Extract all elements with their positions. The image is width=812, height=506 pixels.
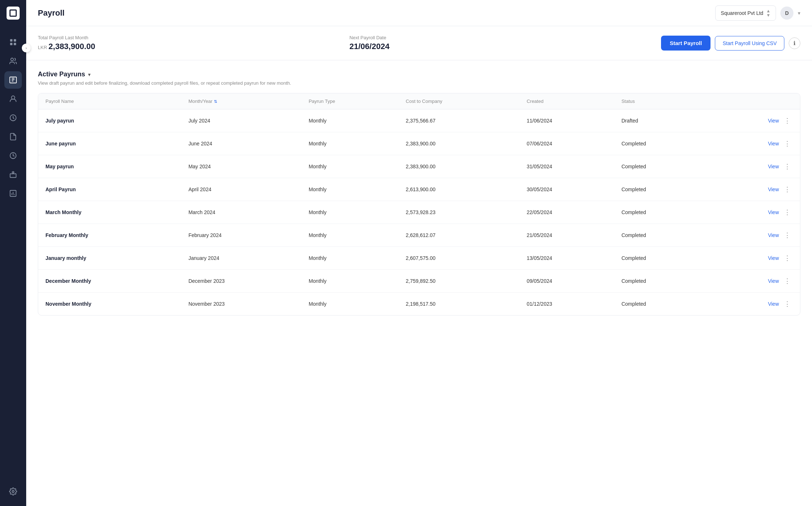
kebab-menu-4[interactable]: ⋮ [782, 208, 793, 217]
kebab-menu-2[interactable]: ⋮ [782, 162, 793, 171]
view-link-4[interactable]: View [768, 209, 779, 215]
cell-status: Completed [614, 293, 707, 316]
cell-payroll-name: July payrun [38, 109, 181, 132]
kebab-menu-7[interactable]: ⋮ [782, 276, 793, 286]
cell-payroll-name: December Monthly [38, 270, 181, 293]
payruns-table: Payroll Name Month/Year⇅ Payrun Type Cos… [38, 93, 800, 315]
cell-status: Completed [614, 155, 707, 178]
view-link-1[interactable]: View [768, 141, 779, 146]
table-row: April Payrun April 2024 Monthly 2,613,90… [38, 178, 800, 201]
sidebar-item-payroll[interactable] [4, 71, 22, 89]
section-subtitle: View draft payrun and edit before finali… [38, 80, 800, 86]
cell-payrun-type: Monthly [301, 247, 398, 270]
cell-actions: View ⋮ [707, 155, 800, 178]
cell-cost: 2,198,517.50 [398, 293, 519, 316]
sidebar-item-gifts[interactable] [4, 166, 22, 183]
view-link-8[interactable]: View [768, 301, 779, 307]
page-title: Payroll [38, 8, 64, 18]
kebab-menu-5[interactable]: ⋮ [782, 230, 793, 240]
table-row: March Monthly March 2024 Monthly 2,573,9… [38, 201, 800, 224]
cell-month-year: February 2024 [181, 224, 301, 247]
kebab-menu-3[interactable]: ⋮ [782, 185, 793, 194]
view-link-0[interactable]: View [768, 118, 779, 124]
sidebar-item-dashboard[interactable] [4, 33, 22, 51]
start-payroll-csv-button[interactable]: Start Payroll Using CSV [715, 36, 784, 51]
cell-month-year: March 2024 [181, 201, 301, 224]
kebab-menu-6[interactable]: ⋮ [782, 253, 793, 263]
cell-cost: 2,383,900.00 [398, 132, 519, 155]
cell-month-year: January 2024 [181, 247, 301, 270]
svg-rect-0 [10, 39, 12, 41]
cell-status: Completed [614, 178, 707, 201]
start-payroll-button[interactable]: Start Payroll [661, 36, 710, 51]
cell-payrun-type: Monthly [301, 201, 398, 224]
cell-payrun-type: Monthly [301, 109, 398, 132]
sidebar-logo [0, 0, 26, 26]
table-header-row: Payroll Name Month/Year⇅ Payrun Type Cos… [38, 93, 800, 109]
cell-cost: 2,613,900.00 [398, 178, 519, 201]
view-link-5[interactable]: View [768, 232, 779, 238]
col-month-year[interactable]: Month/Year⇅ [181, 93, 301, 109]
cell-actions: View ⋮ [707, 247, 800, 270]
section-header: Active Payruns ▾ [38, 71, 800, 78]
cell-payrun-type: Monthly [301, 270, 398, 293]
cell-created: 22/05/2024 [520, 201, 614, 224]
sidebar-item-reports[interactable] [4, 185, 22, 202]
col-actions [707, 93, 800, 109]
table-row: February Monthly February 2024 Monthly 2… [38, 224, 800, 247]
cell-payroll-name: February Monthly [38, 224, 181, 247]
sidebar-item-compliance[interactable] [4, 90, 22, 108]
col-payroll-name: Payroll Name [38, 93, 181, 109]
total-payroll-value: LKR2,383,900.00 [38, 42, 350, 51]
sidebar-item-settings[interactable] [4, 483, 22, 500]
company-chevrons: ▲ ▼ [766, 9, 771, 17]
kebab-menu-0[interactable]: ⋮ [782, 116, 793, 125]
view-link-6[interactable]: View [768, 255, 779, 261]
svg-point-4 [11, 58, 13, 61]
kebab-menu-1[interactable]: ⋮ [782, 139, 793, 148]
sidebar-toggle[interactable]: › [22, 44, 31, 52]
table-row: November Monthly November 2023 Monthly 2… [38, 293, 800, 316]
svg-rect-3 [14, 43, 16, 45]
section-title-chevron[interactable]: ▾ [88, 72, 91, 77]
sidebar-nav [0, 33, 26, 202]
cell-payrun-type: Monthly [301, 293, 398, 316]
total-payroll-stat: Total Payroll Last Month LKR2,383,900.00 [38, 35, 350, 51]
next-payroll-stat: Next Payroll Date 21/06/2024 [350, 35, 661, 51]
payruns-table-container: Payroll Name Month/Year⇅ Payrun Type Cos… [38, 93, 800, 316]
view-link-3[interactable]: View [768, 186, 779, 192]
table-row: July payrun July 2024 Monthly 2,375,566.… [38, 109, 800, 132]
stats-actions: Start Payroll Start Payroll Using CSV ℹ [661, 36, 800, 51]
cell-month-year: June 2024 [181, 132, 301, 155]
logo-inner [9, 9, 17, 17]
svg-point-6 [11, 96, 15, 99]
cell-payroll-name: January monthly [38, 247, 181, 270]
kebab-menu-8[interactable]: ⋮ [782, 299, 793, 309]
view-link-7[interactable]: View [768, 278, 779, 284]
sidebar-item-time[interactable] [4, 109, 22, 126]
user-dropdown-arrow[interactable]: ▾ [798, 10, 800, 16]
stats-bar: Total Payroll Last Month LKR2,383,900.00… [26, 26, 812, 60]
main-content: Payroll Squareroot Pvt Ltd ▲ ▼ D ▾ Total… [26, 0, 812, 506]
cell-status: Drafted [614, 109, 707, 132]
view-link-2[interactable]: View [768, 164, 779, 169]
cell-actions: View ⋮ [707, 132, 800, 155]
info-icon[interactable]: ℹ [789, 37, 800, 49]
cell-month-year: April 2024 [181, 178, 301, 201]
cell-payrun-type: Monthly [301, 178, 398, 201]
user-avatar[interactable]: D [780, 7, 793, 20]
cell-created: 31/05/2024 [520, 155, 614, 178]
sidebar-item-documents[interactable] [4, 128, 22, 145]
sidebar-item-benefits[interactable] [4, 147, 22, 164]
sidebar-item-people[interactable] [4, 52, 22, 70]
cell-payrun-type: Monthly [301, 132, 398, 155]
sort-icon-month: ⇅ [214, 99, 217, 104]
company-selector[interactable]: Squareroot Pvt Ltd ▲ ▼ [715, 5, 776, 21]
cell-month-year: December 2023 [181, 270, 301, 293]
company-name: Squareroot Pvt Ltd [721, 10, 763, 16]
col-payrun-type: Payrun Type [301, 93, 398, 109]
cell-created: 11/06/2024 [520, 109, 614, 132]
cell-created: 07/06/2024 [520, 132, 614, 155]
col-created: Created [520, 93, 614, 109]
cell-payrun-type: Monthly [301, 224, 398, 247]
